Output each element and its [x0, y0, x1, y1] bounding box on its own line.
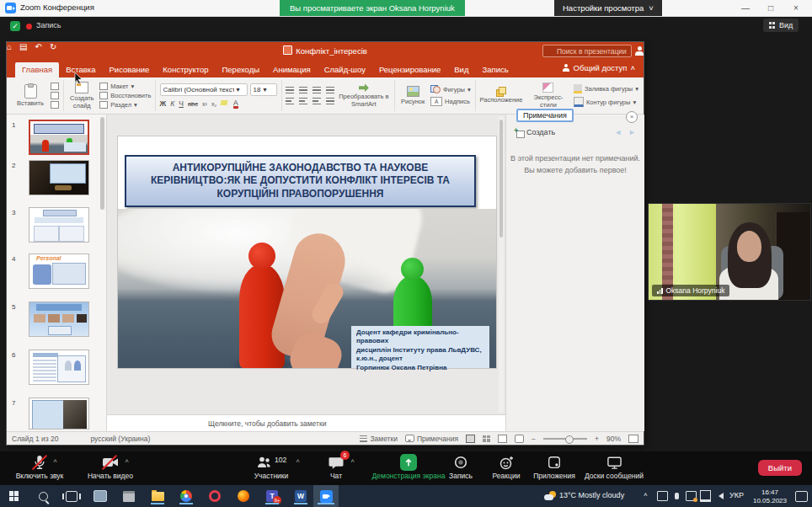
taskbar-clock[interactable]: 16:47 10.05.2023: [751, 488, 788, 505]
new-comment-button[interactable]: + Создать: [515, 128, 555, 136]
align-right-icon[interactable]: [313, 98, 321, 104]
security-shield-icon[interactable]: ✓: [10, 21, 20, 31]
tab-transitions[interactable]: Переходы: [216, 62, 267, 77]
participants-button[interactable]: 102 ˄ Участники: [241, 454, 302, 480]
teams-button[interactable]: T9+: [261, 488, 283, 504]
slide-thumbnail-2[interactable]: [29, 160, 89, 195]
subscript-button[interactable]: x₂: [211, 101, 216, 107]
share-access-button[interactable]: Общий доступ ˄: [563, 63, 635, 72]
line-spacing-icon[interactable]: [326, 87, 334, 93]
chevron-up-icon[interactable]: ˄: [125, 457, 129, 465]
tab-design[interactable]: Конструктор: [156, 62, 215, 77]
save-icon[interactable]: ▤: [19, 42, 27, 51]
superscript-button[interactable]: x²: [202, 101, 207, 107]
highlight-color-button[interactable]: [221, 100, 229, 108]
font-name-combo[interactable]: Calibri (Основной текст)▾: [160, 83, 248, 96]
weather-icon[interactable]: [539, 488, 561, 504]
chevron-up-icon[interactable]: ˄: [53, 457, 57, 465]
fit-to-window-button[interactable]: [628, 435, 638, 443]
weather-text[interactable]: 13°C Mostly cloudy: [559, 491, 624, 499]
whiteboards-button[interactable]: Доски сообщений: [580, 454, 649, 480]
search-input[interactable]: [542, 45, 632, 57]
arrange-button[interactable]: Расположение: [479, 87, 523, 104]
taskbar-app-2[interactable]: [118, 488, 140, 504]
indent-icon[interactable]: [313, 87, 321, 93]
numbered-list-icon[interactable]: [299, 87, 307, 93]
thumbnails-scrollbar[interactable]: [100, 117, 104, 210]
slideshow-button[interactable]: [515, 435, 524, 443]
restore-button[interactable]: □: [758, 3, 783, 13]
shape-fill-button[interactable]: Заливка фигуры▾: [574, 84, 638, 93]
minimize-button[interactable]: —: [733, 3, 758, 13]
chat-button[interactable]: 6 ˄ Чат: [317, 454, 355, 480]
section-button[interactable]: Раздел▾: [99, 101, 151, 109]
close-icon[interactable]: ×: [626, 111, 638, 123]
quick-styles-button[interactable]: Экспресс-стили: [526, 83, 570, 109]
zoom-in-button[interactable]: +: [595, 435, 599, 443]
tab-home[interactable]: Главная: [15, 62, 59, 77]
chrome-button[interactable]: [175, 488, 197, 504]
word-button[interactable]: W: [290, 488, 312, 504]
canvas-scrollbar[interactable]: [499, 116, 504, 413]
language-indicator[interactable]: русский (Украина): [90, 435, 150, 443]
normal-view-button[interactable]: [466, 435, 475, 443]
apps-button[interactable]: Приложения: [527, 454, 581, 480]
bold-button[interactable]: Ж: [160, 99, 167, 108]
zoom-slider-handle[interactable]: [565, 435, 574, 444]
file-explorer-button[interactable]: [147, 488, 168, 504]
tray-microphone-icon[interactable]: [670, 488, 683, 504]
copy-icon[interactable]: [51, 92, 59, 99]
zoom-level[interactable]: 90%: [606, 435, 621, 443]
smartart-button[interactable]: Преобразовать в SmartArt: [338, 83, 390, 108]
slide-thumbnail-5[interactable]: [29, 302, 89, 337]
justify-icon[interactable]: [326, 98, 334, 104]
zoom-out-button[interactable]: −: [532, 435, 536, 443]
close-button[interactable]: ×: [783, 3, 809, 13]
new-slide-button[interactable]: Создать слайд: [67, 82, 96, 109]
undo-icon[interactable]: ↶: [35, 42, 42, 51]
textbox-button[interactable]: AНадпись: [430, 97, 471, 106]
chevron-up-icon[interactable]: ˄: [296, 457, 300, 465]
tab-record[interactable]: Запись: [475, 62, 515, 77]
start-video-button[interactable]: ˄ Начать видео: [74, 454, 147, 480]
tray-network-icon[interactable]: [698, 488, 712, 504]
shapes-button[interactable]: Фигуры▾: [430, 85, 471, 93]
tab-slideshow[interactable]: Слайд-шоу: [318, 62, 372, 77]
action-center-button[interactable]: [790, 488, 812, 504]
chevron-up-icon[interactable]: ˄: [350, 457, 355, 465]
slide-editor[interactable]: АНТИКОРУПЦІЙНЕ ЗАКОНОДАВСТВО ТА НАУКОВЕ …: [118, 136, 496, 368]
keyboard-language[interactable]: УКР: [729, 491, 744, 499]
tab-draw[interactable]: Рисование: [102, 62, 156, 77]
font-size-combo[interactable]: 18▾: [250, 83, 277, 96]
task-view-button[interactable]: [61, 488, 83, 504]
zoom-taskbar-button[interactable]: [315, 488, 337, 504]
underline-button[interactable]: Ч: [179, 99, 184, 108]
view-layout-button[interactable]: Вид: [763, 19, 799, 32]
align-center-icon[interactable]: [299, 98, 307, 104]
view-settings-button[interactable]: Настройки просмотра ˅: [554, 0, 662, 16]
tray-display-icon[interactable]: [655, 488, 669, 504]
reset-button[interactable]: Восстановить: [99, 92, 151, 99]
strikethrough-button[interactable]: abc: [188, 100, 198, 108]
slide-credit-box[interactable]: Доцент кафедри кримінально-правових дисц…: [351, 326, 489, 368]
slide-thumbnail-6[interactable]: [29, 350, 89, 385]
tab-view[interactable]: Вид: [447, 62, 475, 77]
leave-button[interactable]: Выйти: [758, 460, 802, 476]
taskbar-search-button[interactable]: [32, 488, 54, 504]
tab-review[interactable]: Рецензирование: [372, 62, 447, 77]
mute-button[interactable]: ˄ Включить звук: [3, 454, 76, 480]
cut-icon[interactable]: [51, 83, 59, 90]
layout-button[interactable]: Макет▾: [99, 83, 151, 90]
format-painter-icon[interactable]: [51, 101, 59, 109]
paste-button[interactable]: Вставить: [13, 84, 47, 107]
notes-toggle[interactable]: Заметки: [360, 435, 398, 443]
home-icon[interactable]: ⌂: [7, 42, 12, 51]
slide-title-box[interactable]: АНТИКОРУПЦІЙНЕ ЗАКОНОДАВСТВО ТА НАУКОВЕ …: [125, 155, 476, 207]
record-button[interactable]: Запись: [440, 454, 482, 480]
redo-icon[interactable]: ↻: [50, 42, 56, 51]
bullet-list-icon[interactable]: [286, 87, 294, 93]
account-avatar-icon[interactable]: [635, 46, 644, 55]
participant-video-tile[interactable]: Oksana Horpyniuk: [649, 204, 810, 300]
next-comment-icon[interactable]: ►: [628, 128, 636, 136]
notes-area[interactable]: Щелкните, чтобы добавить заметки: [107, 414, 505, 431]
